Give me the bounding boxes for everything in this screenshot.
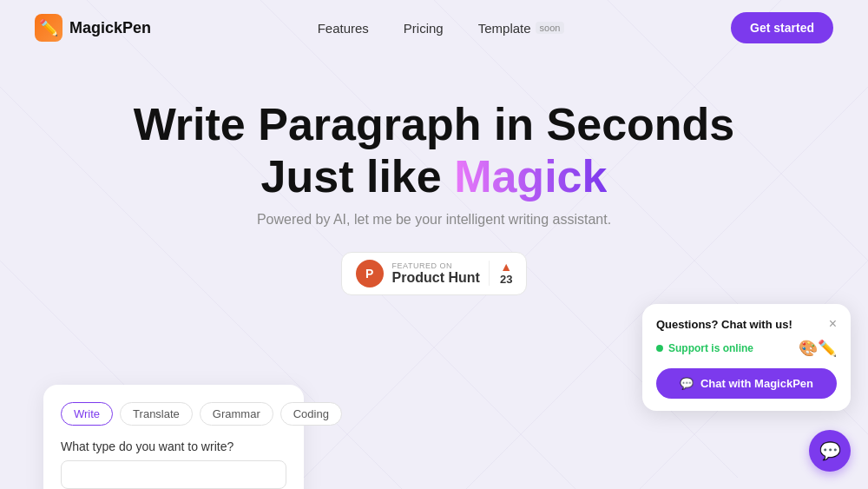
hero-section: Write Paragraph in Seconds Just like Mag… [0,56,868,313]
chat-status-left: Support is online [656,342,753,354]
chat-status: Support is online 🎨✏️ [656,339,837,358]
logo-icon: ✏️ [35,14,62,42]
nav-soon-badge: soon [536,22,565,34]
status-text: Support is online [668,342,753,354]
nav-template[interactable]: Template soon [478,21,565,36]
hero-subtitle: Powered by AI, let me be your intelligen… [17,212,851,228]
chat-fab[interactable]: 💬 [809,430,851,472]
chat-title: Questions? Chat with us! [656,318,792,331]
ph-name: Product Hunt [392,270,480,286]
chat-fab-icon: 💬 [819,440,841,461]
nav-pricing[interactable]: Pricing [404,21,444,36]
hero-title: Write Paragraph in Seconds Just like Mag… [17,99,851,203]
chat-close-button[interactable]: × [829,316,837,332]
nav-links: Features Pricing Template soon [318,21,565,36]
editor-label: What type do you want to write? [61,439,286,453]
nav-features[interactable]: Features [318,21,369,36]
chat-widget: Questions? Chat with us! × Support is on… [642,304,851,411]
status-indicator [656,345,663,352]
product-hunt-badge[interactable]: P FEATURED ON Product Hunt ▲ 23 [341,252,528,295]
ph-votes: ▲ 23 [489,261,512,286]
tab-coding[interactable]: Coding [280,402,342,426]
ph-text: FEATURED ON Product Hunt [392,261,480,286]
navbar: ✏️ MagickPen Features Pricing Template s… [0,0,868,56]
hero-highlight: Magick [454,151,607,202]
editor-card: Write Translate Grammar Coding What type… [43,385,304,489]
editor-input[interactable] [61,460,286,489]
chat-btn-label: Chat with MagickPen [700,377,813,390]
tab-grammar[interactable]: Grammar [200,402,273,426]
editor-tabs: Write Translate Grammar Coding [61,402,286,426]
chat-button[interactable]: 💬 Chat with MagickPen [656,368,837,399]
ph-votes-count: 23 [500,273,512,286]
ph-featured-label: FEATURED ON [392,261,452,270]
tab-translate[interactable]: Translate [120,402,193,426]
logo[interactable]: ✏️ MagickPen [35,14,151,42]
logo-text: MagickPen [69,19,151,37]
chat-avatars: 🎨✏️ [799,339,837,358]
tab-write[interactable]: Write [61,402,113,426]
chat-btn-icon: 💬 [680,377,694,390]
get-started-button[interactable]: Get started [731,12,833,43]
ph-icon: P [356,260,384,287]
chat-header: Questions? Chat with us! × [656,316,837,332]
ph-upvote-icon: ▲ [500,261,512,273]
